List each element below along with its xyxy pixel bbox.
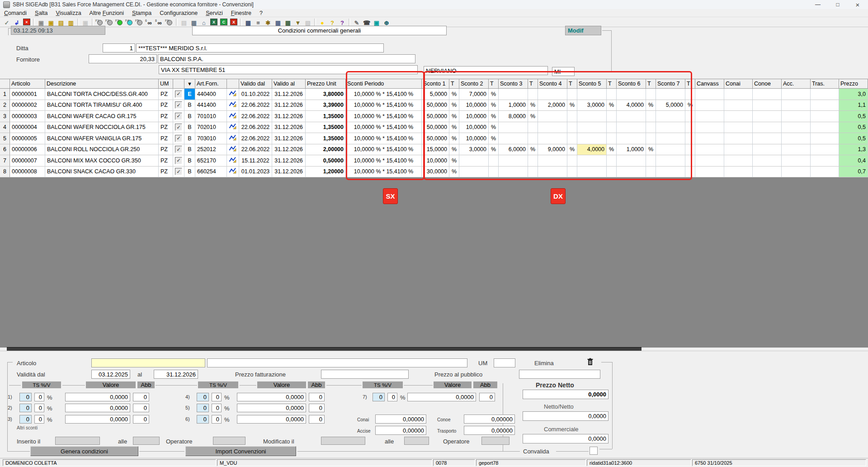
cell-articolo[interactable]: 00000005 (10, 133, 45, 144)
ts-input[interactable]: 0 (197, 404, 209, 412)
cell-t4[interactable] (567, 133, 577, 144)
accise-field[interactable]: 0,00000 (375, 426, 426, 435)
cell-chart[interactable] (227, 89, 239, 100)
abb-input[interactable]: 0 (309, 404, 325, 412)
cell-flag[interactable]: B (184, 100, 195, 111)
cell-chart[interactable] (227, 167, 239, 178)
cell-chk[interactable]: ✓ (173, 89, 184, 100)
confirm-check-icon[interactable]: ✓ (2, 18, 12, 26)
cell-s6[interactable] (617, 155, 646, 167)
valore-input[interactable]: 0,0000 (65, 393, 130, 401)
cell-t7[interactable] (685, 89, 695, 100)
f9-ball-icon[interactable]: F9 (165, 18, 175, 26)
globe-icon[interactable]: ⊕ (382, 18, 392, 26)
list-icon[interactable]: ≡ (253, 18, 263, 26)
cell-t6[interactable] (646, 167, 656, 178)
cell-s5[interactable]: 4,0000 (577, 144, 607, 156)
cell-chk[interactable]: ✓ (173, 122, 184, 133)
cell-valido_al[interactable]: 31.12.2026 (272, 122, 306, 133)
cell-s3[interactable] (499, 155, 528, 167)
table-filter-icon[interactable]: ▼ (293, 18, 303, 26)
window-next-icon[interactable]: ▣ (46, 18, 56, 26)
cell-valido_dal[interactable]: 01.01.2023 (239, 167, 272, 178)
clipboard-icon[interactable]: ▧ (303, 18, 313, 26)
cell-art_forn[interactable]: 441400 (195, 100, 227, 111)
enter-save-icon[interactable]: ↲ (12, 18, 22, 26)
validita-al-input[interactable]: 31.12.2026 (154, 370, 198, 379)
price-chart-icon[interactable] (229, 90, 237, 98)
cell-prezzo[interactable]: 0,5 (839, 122, 868, 133)
cell-t4[interactable]: % (567, 100, 577, 111)
cell-t2[interactable]: % (489, 89, 499, 100)
cell-s6[interactable] (617, 133, 646, 144)
cell-t1[interactable]: % (449, 133, 459, 144)
cell-t6[interactable] (646, 122, 656, 133)
cell-s6[interactable]: 1,0000 (617, 144, 646, 156)
cell-chart[interactable] (227, 100, 239, 111)
cell-t2[interactable]: % (489, 133, 499, 144)
cell-s5[interactable] (577, 111, 607, 122)
articolo-input[interactable] (91, 358, 205, 367)
cell-flag[interactable]: B (184, 133, 195, 144)
cell-s7[interactable] (656, 122, 685, 133)
cell-t3[interactable] (528, 89, 538, 100)
cell-s2[interactable]: 10,0000 (459, 122, 489, 133)
cell-art_forn[interactable]: 252012 (195, 144, 227, 156)
genera-condizioni-button[interactable]: Genera condizioni (30, 446, 138, 456)
cell-t5[interactable] (607, 167, 617, 178)
about-icon[interactable]: ? (337, 18, 347, 26)
province-field[interactable]: MI (552, 67, 575, 76)
cell-conai[interactable] (724, 100, 753, 111)
cell-conoe[interactable] (753, 89, 782, 100)
cell-tras[interactable] (811, 89, 839, 100)
cell-descrizione[interactable]: BALCONI TORTA TIRAMISU' GR.400 (45, 100, 159, 111)
cell-s4[interactable] (538, 155, 567, 167)
cell-t1[interactable]: % (449, 89, 459, 100)
prezzo-fatturazione-input[interactable] (321, 370, 409, 379)
cell-s2[interactable] (459, 155, 489, 167)
cell-t1[interactable]: % (449, 155, 459, 167)
trasporto-field[interactable]: 0,00000 (464, 426, 515, 435)
cell-art_forn[interactable]: 703010 (195, 133, 227, 144)
f3-ball-icon[interactable]: F3 (115, 18, 125, 26)
cell-t4[interactable] (567, 111, 577, 122)
cell-t6[interactable] (646, 155, 656, 167)
ts-input[interactable]: 0 (197, 415, 209, 424)
cell-s3[interactable] (499, 89, 528, 100)
pv-input[interactable]: 0 (212, 404, 222, 412)
cell-valido_dal[interactable]: 22.06.2022 (239, 100, 272, 111)
cell-articolo[interactable]: 00000002 (10, 100, 45, 111)
cell-s3[interactable]: 1,0000 (499, 100, 528, 111)
prezzo-pubblico-input[interactable] (519, 370, 600, 379)
cell-n[interactable]: 8 (0, 167, 10, 178)
cell-flag[interactable]: B (184, 111, 195, 122)
cell-valido_dal[interactable]: 15.11.2022 (239, 155, 272, 167)
cell-s1[interactable]: 50,0000 (422, 122, 449, 133)
cell-prezzo[interactable]: 0,4 (839, 155, 868, 167)
cell-art_forn[interactable]: 440400 (195, 89, 227, 100)
doc-export-icon[interactable]: ▤ (56, 18, 66, 26)
cell-sconti_periodo[interactable]: 10,0000 % * 15,4100 % (346, 167, 422, 178)
cell-prezzo[interactable]: 0,5 (839, 133, 868, 144)
cell-chk[interactable]: ✓ (173, 100, 184, 111)
cell-um[interactable]: PZ (159, 111, 173, 122)
f4-ball-icon[interactable]: F4 (125, 18, 135, 26)
cell-s7[interactable] (656, 144, 685, 156)
cell-flag[interactable]: B (184, 155, 195, 167)
cell-t5[interactable] (607, 122, 617, 133)
cell-t1[interactable]: % (449, 111, 459, 122)
cell-conai[interactable] (724, 155, 753, 167)
print-preview-icon[interactable]: ▦ (189, 18, 199, 26)
card-index-icon[interactable]: ▤ (179, 18, 189, 26)
cell-s5[interactable] (577, 167, 607, 178)
cell-articolo[interactable]: 00000006 (10, 144, 45, 156)
f1-ball-icon[interactable]: F1 (95, 18, 105, 26)
cell-chart[interactable] (227, 111, 239, 122)
abb-input[interactable]: 0 (133, 404, 149, 412)
cell-canvass[interactable] (695, 133, 724, 144)
cell-prezzo_unit[interactable]: 1,20000 (306, 167, 346, 178)
cell-um[interactable]: PZ (159, 100, 173, 111)
cell-conoe[interactable] (753, 100, 782, 111)
cell-canvass[interactable] (695, 144, 724, 156)
cell-tras[interactable] (811, 155, 839, 167)
